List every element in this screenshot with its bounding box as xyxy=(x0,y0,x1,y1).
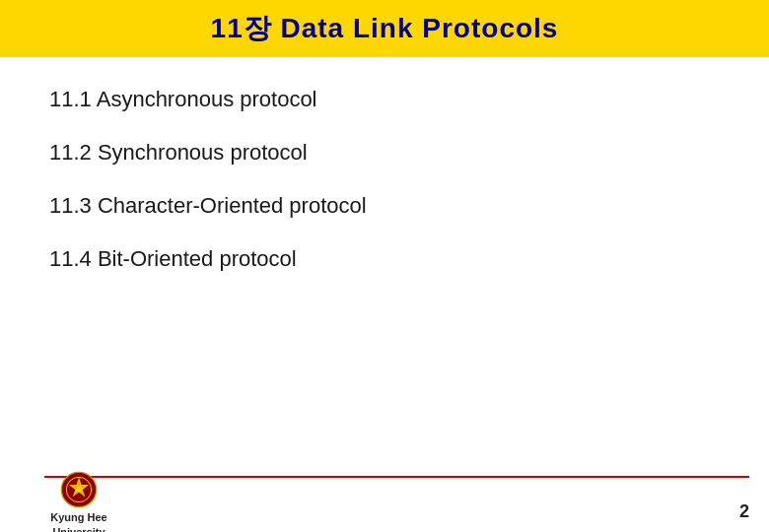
list-item: 11.2 Synchronous protocol xyxy=(49,140,720,166)
list-item: 11.4 Bit-Oriented protocol xyxy=(49,246,720,272)
university-name: Kyung Hee University xyxy=(50,510,106,532)
list-item: 11.3 Character-Oriented protocol xyxy=(49,193,720,219)
footer: Kyung Hee University xyxy=(0,478,769,532)
list-item: 11.1 Asynchronous protocol xyxy=(49,87,720,112)
svg-point-3 xyxy=(76,488,81,493)
logo-area: Kyung Hee University xyxy=(20,471,138,532)
university-logo xyxy=(60,471,98,508)
page-number: 2 xyxy=(739,501,749,522)
slide: 11장 Data Link Protocols 11.1 Asynchronou… xyxy=(0,0,769,532)
content-area: 11.1 Asynchronous protocol 11.2 Synchron… xyxy=(0,77,769,532)
slide-title: 11장 Data Link Protocols xyxy=(211,13,559,43)
title-bar: 11장 Data Link Protocols xyxy=(0,0,769,57)
